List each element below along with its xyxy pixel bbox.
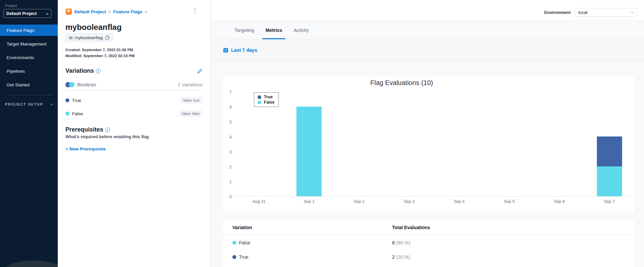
chevron-down-icon — [631, 11, 634, 13]
evaluation-percent: (80.%) — [396, 240, 410, 245]
variation-cell: True — [239, 254, 248, 260]
sidebar-item-label: Environments — [7, 55, 34, 60]
x-tick-label: Sep 6 — [534, 199, 585, 204]
pencil-icon — [197, 68, 202, 74]
table-row: True 2 (20.%) — [232, 250, 634, 264]
variation-cell: False — [239, 240, 250, 245]
variation-name: False — [72, 111, 179, 116]
project-selector[interactable]: Default Project » — [3, 9, 51, 18]
true-variation-dot — [232, 255, 236, 259]
chart-y-axis: 01234567 — [223, 92, 232, 197]
flag-modified-date: Modified: September 7, 2022 02:10 PM — [65, 53, 134, 59]
new-prerequisite-button[interactable]: + New Prerequisite — [65, 146, 106, 151]
calendar-icon — [223, 47, 228, 53]
legend-item: False — [258, 100, 275, 105]
variation-count: 2 variations — [178, 82, 202, 87]
project-setup-toggle[interactable]: PROJECT SETUP — [5, 102, 53, 106]
divider — [223, 235, 632, 235]
info-icon[interactable]: i — [105, 128, 110, 132]
evaluation-percent: (20.%) — [396, 254, 410, 260]
chart-legend: TrueFalse — [254, 92, 279, 107]
edit-variations-button[interactable] — [197, 68, 202, 74]
project-setup-label: PROJECT SETUP — [5, 102, 43, 106]
tab-activity[interactable]: Activity — [291, 21, 311, 40]
x-tick-label: Sep 2 — [334, 199, 384, 204]
prerequisites-heading-text: Prerequisites — [65, 126, 103, 133]
main-content: Environment local Targeting Metrics Acti… — [211, 0, 644, 267]
sidebar-nav: Feature Flags Target Management Environm… — [0, 25, 58, 93]
sidebar-item-environments[interactable]: Environments — [0, 52, 58, 63]
breadcrumb: Default Project > Feature Flags > — [65, 8, 147, 15]
variation-row-true: True Value: true — [65, 97, 202, 104]
variation-name: True — [72, 98, 180, 103]
table-header-row: Variation Total Evaluations — [232, 220, 634, 235]
environment-select[interactable]: local — [575, 8, 637, 17]
x-tick-label: Sep 1 — [284, 199, 334, 204]
y-tick-label: 4 — [229, 135, 232, 139]
flag-tabs: Targeting Metrics Activity — [232, 21, 311, 40]
flag-created-date: Created: September 7, 2022 01:56 PM — [65, 47, 134, 53]
x-tick-label: Sep 3 — [384, 199, 434, 204]
x-tick-label: Sep 7 — [584, 199, 634, 204]
variations-heading: Variations i — [65, 67, 101, 74]
flag-title: mybooleanflag — [65, 23, 121, 32]
breadcrumb-feature-flags-link[interactable]: Feature Flags — [113, 9, 142, 14]
tab-targeting[interactable]: Targeting — [232, 21, 256, 40]
chart-bar-slot — [334, 92, 384, 196]
bar-segment-true — [597, 136, 622, 166]
flag-evaluations-chart-card: Flag Evaluations (10) 01234567 Aug 31Sep… — [223, 76, 634, 213]
false-variation-dot — [65, 112, 69, 116]
false-variation-dot — [232, 241, 236, 245]
flag-options-menu-button[interactable]: ⋮ — [192, 7, 198, 14]
breadcrumb-project-link[interactable]: Default Project — [74, 9, 106, 14]
variation-type-row: Boolean 2 variations — [65, 82, 202, 88]
y-tick-label: 6 — [229, 105, 232, 110]
y-tick-label: 2 — [229, 165, 232, 169]
evaluations-cell: 8 (80.%) — [392, 240, 410, 245]
legend-item: True — [258, 94, 275, 100]
legend-dot — [258, 95, 261, 99]
chart-plot — [234, 92, 634, 197]
sidebar-divider — [6, 95, 52, 95]
sidebar-item-target-management[interactable]: Target Management — [0, 38, 58, 49]
legend-label: True — [264, 95, 273, 99]
chart-bar-slot — [534, 92, 585, 196]
flag-id-chip: Id: mybooleanflag — [65, 34, 113, 42]
date-filter-band: Last 7 days — [211, 40, 644, 61]
info-icon[interactable]: i — [96, 69, 101, 73]
variation-value-chip: Value: true — [180, 97, 202, 104]
chart-x-axis: Aug 31Sep 1Sep 2Sep 3Sep 4Sep 5Sep 6Sep … — [234, 199, 634, 204]
sidebar-item-pipelines[interactable]: Pipelines — [0, 65, 58, 77]
prerequisites-description: What's required before enabling this fla… — [65, 134, 149, 139]
project-name: Default Project — [6, 11, 37, 16]
evaluations-cell: 2 (20.%) — [392, 254, 410, 260]
bar-segment-false — [296, 107, 322, 196]
column-header-total-evaluations: Total Evaluations — [392, 225, 430, 230]
sidebar-item-feature-flags[interactable]: Feature Flags — [0, 25, 58, 36]
evaluations-table-card: Variation Total Evaluations False 8 (80.… — [223, 220, 634, 267]
column-header-variation: Variation — [232, 225, 392, 230]
chart-bar-slot — [584, 92, 634, 196]
environment-value: local — [578, 10, 588, 15]
variations-heading-text: Variations — [65, 67, 94, 74]
variation-row-false: False Value: false — [65, 110, 202, 117]
legend-dot — [258, 101, 261, 104]
sidebar-item-get-started[interactable]: Get Started — [0, 79, 58, 90]
date-range-label: Last 7 days — [231, 47, 257, 53]
sidebar-item-label: Feature Flags — [7, 28, 34, 33]
breadcrumb-separator: > — [145, 9, 147, 14]
chart-bar-slot — [384, 92, 434, 196]
date-range-button[interactable]: Last 7 days — [223, 47, 257, 53]
bar-segment-false — [597, 166, 622, 196]
y-tick-label: 3 — [229, 150, 232, 154]
copy-icon[interactable] — [105, 36, 110, 40]
x-tick-label: Sep 4 — [434, 199, 484, 204]
sidebar-item-label: Get Started — [7, 82, 30, 87]
x-tick-label: Sep 5 — [484, 199, 534, 204]
y-tick-label: 7 — [229, 90, 232, 95]
project-expand-icon[interactable]: » — [46, 11, 48, 16]
tab-metrics[interactable]: Metrics — [264, 21, 284, 40]
prerequisites-heading: Prerequisites i — [65, 126, 110, 133]
help-bubble-shape — [3, 260, 58, 267]
flag-detail-panel: Default Project > Feature Flags > ⋮ mybo… — [58, 0, 211, 267]
